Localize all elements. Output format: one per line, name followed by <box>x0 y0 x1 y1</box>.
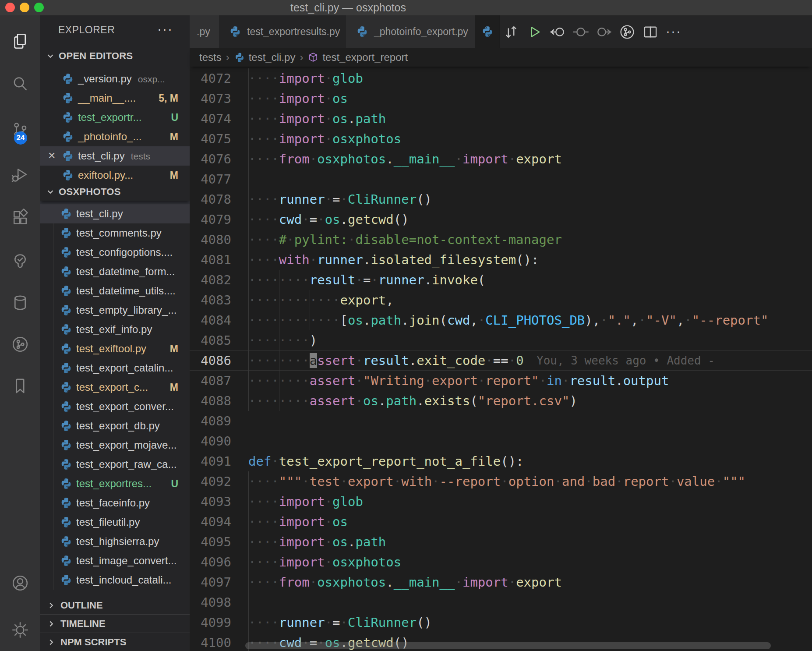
file-tree-item[interactable]: test_highsierra.py <box>40 532 190 551</box>
code-line[interactable]: 4086········assert·result.exit_code·==·0… <box>190 350 812 371</box>
minimize-window-button[interactable] <box>20 3 29 12</box>
line-number[interactable]: 4077 <box>190 169 231 189</box>
code-line[interactable]: 4092····"""·test·export·with·--report·op… <box>190 471 812 492</box>
code-line[interactable]: 4098 <box>190 592 812 612</box>
breadcrumb-item[interactable]: test_cli.py <box>249 51 296 64</box>
open-editor-item[interactable]: __main__....5, M <box>40 88 190 108</box>
line-number[interactable]: 4093 <box>190 492 231 512</box>
file-tree-item[interactable]: test_comments.py <box>40 223 190 243</box>
open-editor-item[interactable]: exiftool.py...M <box>40 166 190 185</box>
code-line[interactable]: 4091def·test_export_report_not_a_file(): <box>190 451 812 471</box>
line-number[interactable]: 4091 <box>190 451 231 471</box>
code-line[interactable]: 4073····import·os <box>190 88 812 109</box>
open-editor-item[interactable]: _photoinfo_...M <box>40 127 190 146</box>
file-tree-item[interactable]: test_cli.py <box>40 204 190 223</box>
open-editor-item[interactable]: ×test_cli.pytests <box>40 146 190 166</box>
run-python-file-icon[interactable] <box>526 23 543 41</box>
editor-tab[interactable]: test_exportresults.py <box>219 15 346 48</box>
line-number[interactable]: 4083 <box>190 290 231 310</box>
code-line[interactable]: 4079····cwd·=·os.getcwd() <box>190 209 812 230</box>
search-icon[interactable] <box>11 74 30 94</box>
code-line[interactable]: 4088········assert·os.path.exists("repor… <box>190 391 812 411</box>
line-number[interactable]: 4080 <box>190 230 231 250</box>
close-icon[interactable]: × <box>48 146 55 165</box>
extensions-icon[interactable] <box>11 208 30 227</box>
file-tree-item[interactable]: test_datetime_utils.... <box>40 281 190 301</box>
sidebar-section-timeline[interactable]: TIMELINE <box>40 614 190 633</box>
file-tree-item[interactable]: test_faceinfo.py <box>40 493 190 513</box>
code-line[interactable]: 4078····runner·=·CliRunner() <box>190 189 812 209</box>
compare-change-icon[interactable] <box>572 23 590 41</box>
line-number[interactable]: 4085 <box>190 330 231 350</box>
breadcrumb-item[interactable]: tests <box>199 51 222 64</box>
file-tree-item[interactable]: test_datetime_form... <box>40 262 190 281</box>
code-line[interactable]: 4083············export, <box>190 290 812 310</box>
line-number[interactable]: 4097 <box>190 572 231 592</box>
sidebar-section-outline[interactable]: OUTLINE <box>40 596 190 615</box>
code-line[interactable]: 4082········result·=·runner.invoke( <box>190 270 812 290</box>
code-line[interactable]: 4096····import·osxphotos <box>190 552 812 572</box>
code-line[interactable]: 4089 <box>190 411 812 431</box>
line-number[interactable]: 4090 <box>190 431 231 451</box>
project-section-header[interactable]: OSXPHOTOS <box>40 183 190 201</box>
code-line[interactable]: 4095····import·os.path <box>190 532 812 552</box>
more-actions-icon[interactable]: ··· <box>665 23 682 41</box>
file-tree-item[interactable]: test_export_mojave... <box>40 435 190 455</box>
file-tree-item[interactable]: test_exportres...U <box>40 474 190 493</box>
code-line[interactable]: 4076····from·osxphotos.__main__·import·e… <box>190 149 812 169</box>
line-number[interactable]: 4088 <box>190 391 231 411</box>
line-number[interactable]: 4099 <box>190 612 231 633</box>
line-number[interactable]: 4087 <box>190 371 231 391</box>
gitlens-blame-icon[interactable] <box>618 23 636 41</box>
close-window-button[interactable] <box>5 3 15 12</box>
file-tree-item[interactable]: test_image_convert... <box>40 551 190 570</box>
line-number[interactable]: 4075 <box>190 129 231 149</box>
split-editor-icon[interactable] <box>642 23 659 41</box>
file-tree-item[interactable]: test_export_c...M <box>40 378 190 397</box>
file-tree-item[interactable]: test_empty_library_... <box>40 301 190 320</box>
file-tree-item[interactable]: test_configoptions.... <box>40 243 190 262</box>
line-number[interactable]: 4073 <box>190 88 231 109</box>
line-number[interactable]: 4078 <box>190 189 231 209</box>
line-number[interactable]: 4079 <box>190 209 231 230</box>
horizontal-scrollbar[interactable] <box>245 642 771 649</box>
explorer-more-actions-icon[interactable]: ··· <box>157 15 173 42</box>
line-number[interactable]: 4094 <box>190 512 231 532</box>
file-tree-item[interactable]: test_exiftool.pyM <box>40 339 190 358</box>
line-number[interactable]: 4089 <box>190 411 231 431</box>
line-number[interactable]: 4084 <box>190 310 231 330</box>
line-number[interactable]: 4081 <box>190 250 231 270</box>
line-number[interactable]: 4092 <box>190 471 231 492</box>
code-editor[interactable]: 4072····import·glob4073····import·os4074… <box>190 67 812 651</box>
previous-change-icon[interactable] <box>549 23 566 41</box>
sidebar-section-npm-scripts[interactable]: NPM SCRIPTS <box>40 633 190 651</box>
explorer-icon[interactable] <box>11 32 30 51</box>
file-tree-item[interactable]: test_export_catalin... <box>40 358 190 378</box>
settings-gear-icon[interactable] <box>11 620 30 640</box>
code-line[interactable]: 4084············[os.path.join(cwd,·CLI_P… <box>190 310 812 330</box>
account-icon[interactable] <box>11 573 30 593</box>
editor-tab[interactable]: _photoinfo_export.py <box>346 15 476 48</box>
gitlens-icon[interactable] <box>11 335 30 354</box>
open-editor-item[interactable]: test_exportr...U <box>40 108 190 127</box>
run-debug-icon[interactable] <box>11 165 30 184</box>
code-line[interactable]: 4074····import·os.path <box>190 109 812 129</box>
next-change-icon[interactable] <box>595 23 613 41</box>
open-changes-icon[interactable] <box>502 23 520 41</box>
code-line[interactable]: 4072····import·glob <box>190 68 812 88</box>
line-number[interactable]: 4072 <box>190 68 231 88</box>
code-line[interactable]: 4090 <box>190 431 812 451</box>
code-line[interactable]: 4087········assert·"Writing·export·repor… <box>190 371 812 391</box>
file-tree-item[interactable]: test_exif_info.py <box>40 320 190 339</box>
file-tree-item[interactable]: test_incloud_catali... <box>40 570 190 590</box>
code-line[interactable]: 4085········) <box>190 330 812 350</box>
file-tree-item[interactable]: test_export_raw_ca... <box>40 455 190 474</box>
line-number[interactable]: 4095 <box>190 532 231 552</box>
file-tree-item[interactable]: test_export_conver... <box>40 397 190 416</box>
code-line[interactable]: 4075····import·osxphotos <box>190 129 812 149</box>
code-line[interactable]: 4099····runner·=·CliRunner() <box>190 612 812 633</box>
database-icon[interactable] <box>11 293 30 312</box>
code-line[interactable]: 4093····import·glob <box>190 492 812 512</box>
line-number[interactable]: 4076 <box>190 149 231 169</box>
code-line[interactable]: 4097····from·osxphotos.__main__·import·e… <box>190 572 812 592</box>
